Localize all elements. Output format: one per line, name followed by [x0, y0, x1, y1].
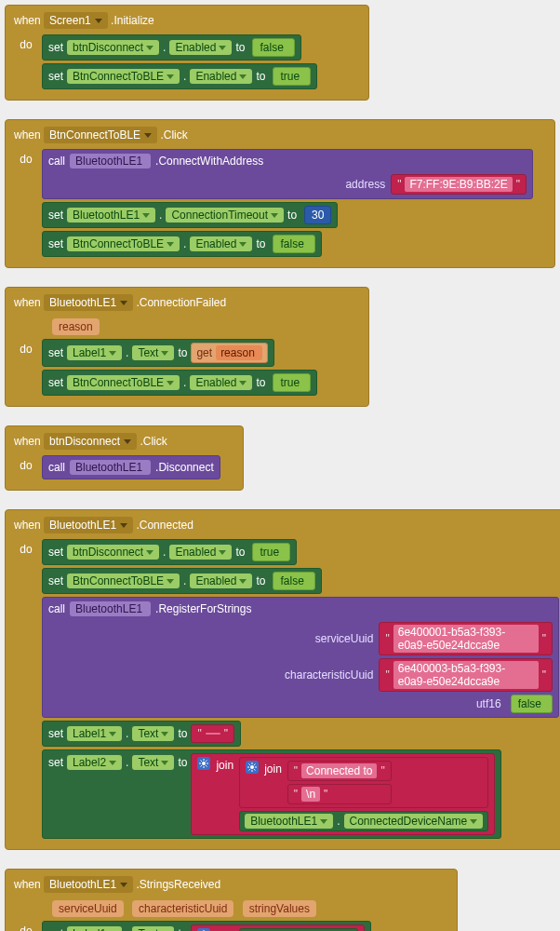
set-block[interactable]: set BtnConnectToBLE . Enabled to true	[42, 63, 317, 89]
arg-label: address	[273, 178, 385, 191]
bool-dropdown[interactable]: false	[273, 572, 314, 590]
component-dropdown[interactable]: BluetoothLE1	[70, 460, 151, 475]
event-name: .Click	[140, 435, 167, 448]
chevron-down-icon	[239, 242, 247, 247]
component-dropdown[interactable]: BtnConnectToBLE	[67, 69, 180, 84]
gear-icon[interactable]	[197, 757, 210, 770]
join-block[interactable]: join join "Connected to" "\n"	[191, 753, 495, 835]
set-block[interactable]: set btnDisconnect . Enabled to true	[42, 539, 297, 565]
component-dropdown[interactable]: Screen1	[44, 12, 108, 29]
chevron-down-icon	[219, 550, 226, 555]
bool-dropdown[interactable]: false	[511, 695, 553, 713]
component-dropdown[interactable]: Label2	[67, 755, 122, 770]
set-block[interactable]: set BtnConnectToBLE . Enabled to true	[42, 370, 317, 396]
chevron-down-icon	[120, 523, 127, 528]
property-get-block[interactable]: BluetoothLE1 . ConnectedDeviceName	[239, 811, 488, 831]
component-dropdown[interactable]: BluetoothLE1	[245, 814, 333, 829]
chevron-down-icon	[146, 550, 153, 555]
event-params: reason	[10, 318, 364, 335]
set-block[interactable]: set Label1 . Text to join Label1 . Text	[42, 921, 371, 931]
component-dropdown[interactable]: Label1	[67, 345, 122, 360]
call-block[interactable]: call BluetoothLE1 .Disconnect	[42, 455, 220, 479]
string-literal[interactable]: "\n"	[287, 784, 392, 804]
param-characteristicuuid[interactable]: characteristicUuid	[132, 900, 233, 917]
component-dropdown[interactable]: BtnConnectToBLE	[67, 573, 180, 588]
property-dropdown[interactable]: Enabled	[169, 40, 232, 55]
property-dropdown[interactable]: ConnectedDeviceName	[344, 814, 484, 829]
chevron-down-icon	[167, 381, 174, 385]
get-var-block[interactable]: get reason	[191, 343, 267, 363]
event-btnconnect-click: when BtnConnectToBLE .Click do call Blue…	[5, 119, 555, 268]
chevron-down-icon	[470, 819, 477, 824]
bool-dropdown[interactable]: true	[252, 543, 290, 561]
bool-dropdown[interactable]: false	[252, 38, 294, 57]
property-dropdown[interactable]: Text	[132, 926, 174, 931]
when-keyword: when	[14, 878, 41, 891]
component-dropdown[interactable]: BluetoothLE1	[70, 154, 151, 169]
set-block[interactable]: set BtnConnectToBLE . Enabled to false	[42, 568, 322, 594]
chevron-down-icon	[144, 133, 152, 138]
chevron-down-icon	[271, 213, 278, 218]
param-serviceuuid[interactable]: serviceUuid	[52, 900, 124, 917]
param-reason[interactable]: reason	[52, 318, 100, 335]
property-dropdown[interactable]: Enabled	[190, 236, 252, 251]
chevron-down-icon	[239, 579, 247, 584]
property-dropdown[interactable]: Enabled	[190, 69, 252, 84]
chevron-down-icon	[239, 381, 247, 385]
set-block[interactable]: set Label1 . Text to ""	[42, 721, 241, 747]
set-block[interactable]: set Label2 . Text to join join	[42, 749, 501, 839]
property-dropdown[interactable]: Enabled	[169, 545, 232, 560]
do-keyword: do	[10, 34, 42, 92]
component-dropdown[interactable]: BtnConnectToBLE	[67, 375, 180, 390]
string-literal[interactable]: "F7:FF:9E:B9:BB:2E"	[391, 174, 527, 195]
component-dropdown[interactable]: btnDisconnect	[67, 40, 159, 55]
bool-dropdown[interactable]: true	[273, 67, 311, 86]
property-dropdown[interactable]: Text	[132, 726, 174, 741]
string-literal[interactable]: ""	[191, 724, 234, 743]
component-dropdown[interactable]: BluetoothLE1	[44, 876, 133, 893]
component-dropdown[interactable]: BluetoothLE1	[44, 294, 133, 311]
component-dropdown[interactable]: Label1	[67, 926, 122, 931]
bool-dropdown[interactable]: true	[273, 373, 311, 392]
string-literal[interactable]: "6e400001-b5a3-f393-e0a9-e50e24dcca9e"	[379, 622, 553, 655]
property-dropdown[interactable]: Text	[132, 345, 174, 360]
gear-icon[interactable]	[246, 761, 259, 774]
component-dropdown[interactable]: BtnConnectToBLE	[67, 236, 180, 251]
svg-point-1	[250, 765, 254, 769]
component-dropdown[interactable]: btnDisconnect	[44, 433, 137, 450]
string-literal[interactable]: "Connected to"	[287, 761, 392, 781]
component-dropdown[interactable]: Label1	[67, 726, 122, 741]
call-block[interactable]: call BluetoothLE1 .RegisterForStrings se…	[42, 597, 559, 718]
property-dropdown[interactable]: Enabled	[190, 573, 252, 588]
event-header: when BtnConnectToBLE .Click	[10, 125, 550, 149]
property-dropdown[interactable]: Text	[132, 755, 174, 770]
variable-dropdown[interactable]: reason	[216, 345, 262, 360]
join-block[interactable]: join Label1 . Text get stringValues	[191, 924, 364, 931]
component-dropdown[interactable]: BluetoothLE1	[67, 208, 155, 223]
property-dropdown[interactable]: ConnectionTimeout	[166, 208, 284, 223]
property-dropdown[interactable]: Enabled	[190, 375, 252, 390]
component-dropdown[interactable]: BtnConnectToBLE	[44, 127, 157, 143]
arg-label: utf16	[390, 697, 501, 710]
set-block[interactable]: set BluetoothLE1 . ConnectionTimeout to …	[42, 202, 338, 228]
number-literal[interactable]: 30	[304, 206, 331, 224]
string-literal[interactable]: "6e400003-b5a3-f393-e0a9-e50e24dcca9e"	[379, 658, 553, 692]
bool-dropdown[interactable]: false	[273, 235, 314, 253]
set-block[interactable]: set Label1 . Text to get reason	[42, 339, 274, 367]
event-header: when btnDisconnect .Click	[10, 431, 238, 455]
set-block[interactable]: set btnDisconnect . Enabled to false	[42, 34, 301, 61]
call-block[interactable]: call BluetoothLE1 .ConnectWithAddress ad…	[42, 149, 533, 199]
chevron-down-icon	[320, 819, 327, 824]
chevron-down-icon	[109, 761, 116, 765]
component-dropdown[interactable]: btnDisconnect	[67, 545, 159, 560]
join-block[interactable]: join "Connected to" "\n"	[239, 757, 488, 808]
arg-label: characteristicUuid	[261, 668, 373, 681]
set-block[interactable]: set BtnConnectToBLE . Enabled to false	[42, 231, 322, 257]
chevron-down-icon	[161, 351, 168, 356]
method-name: .Disconnect	[155, 461, 214, 474]
chevron-down-icon	[124, 439, 131, 444]
chevron-down-icon	[219, 46, 226, 50]
component-dropdown[interactable]: BluetoothLE1	[70, 601, 151, 616]
component-dropdown[interactable]: BluetoothLE1	[44, 517, 133, 533]
param-stringvalues[interactable]: stringValues	[243, 900, 316, 917]
